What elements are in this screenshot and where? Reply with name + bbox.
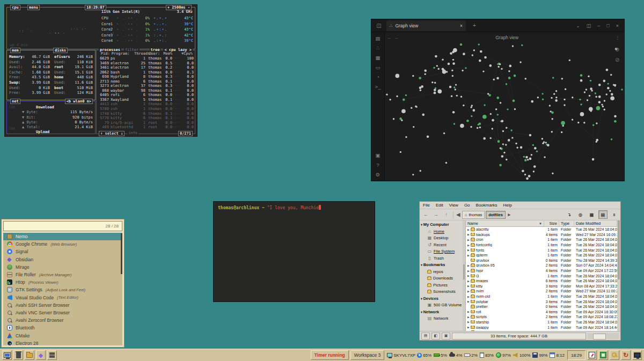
archive-launcher[interactable] <box>47 350 57 360</box>
process-row[interactable]: 2713nemo6thomas0.1····0.0 <box>97 79 195 84</box>
sidebar-section-bookmarks[interactable]: ▾ Bookmarks <box>421 262 463 269</box>
maximize-button[interactable]: □ <box>606 23 609 28</box>
trash-launcher[interactable] <box>13 350 23 360</box>
obsidian-window[interactable]: ◫ ∴ Graph view × + ⌄ ◫ – □ × ▤∴▦▭◔>_▣?⚙ … <box>371 19 625 181</box>
file-row[interactable]: ▶fontconfig1 itemFolderTue 26 Mar 2024 1… <box>466 242 617 248</box>
process-row[interactable]: 3367Xwayland5thomas0.1····0.0 <box>97 98 195 102</box>
file-row[interactable]: ▶rofi4 itemsFolderTue 09 Apr 2024 16:30:… <box>466 310 617 315</box>
sort-selector[interactable]: < cpu lazy > <box>163 48 193 52</box>
column-size[interactable]: Size <box>544 220 559 226</box>
launcher-item-bluetooth[interactable]: Bluetooth <box>3 324 122 331</box>
search-icon[interactable]: ◎ <box>576 210 585 219</box>
sidebar-item-network[interactable]: ▤Network <box>421 315 463 322</box>
more-options-icon[interactable]: ⋮ <box>611 35 625 40</box>
tab-overflow-button[interactable]: ◀ <box>456 210 461 219</box>
tree-toggle[interactable]: tree <box>150 48 161 52</box>
dual-pane-button[interactable]: ‖ <box>610 210 619 219</box>
workspace-indicator[interactable]: Workspace 3 <box>350 350 384 360</box>
network-quality-indicator[interactable]: 97% <box>496 352 511 358</box>
minimize-button[interactable]: – <box>597 23 600 28</box>
graph-canvas[interactable]: ⚙⊘ <box>385 42 624 181</box>
new-tab-icon[interactable]: ↴ <box>565 210 574 219</box>
sidebar-item-500-gb-volume[interactable]: ▣500 GB Volume <box>421 302 463 309</box>
dir-tree-toggle-button[interactable]: ◧ <box>431 333 440 340</box>
back-button[interactable]: ← <box>421 210 430 219</box>
file-list-scrollbar[interactable] <box>617 220 620 331</box>
file-row[interactable]: ▶nvim2 itemsFolderWed 27 Mar 2024 11:00:… <box>466 289 617 294</box>
new-tab-button[interactable]: + <box>470 21 479 30</box>
process-row[interactable]: 868waybar98thomas0.1····0.0 <box>97 89 195 93</box>
canvas-icon[interactable]: ▦ <box>376 55 380 61</box>
process-row[interactable]: 4413zsh1thomas0.0····0.0 <box>97 102 195 107</box>
menu-help[interactable]: Help <box>503 203 512 208</box>
memory-indicator[interactable]: 83% <box>480 352 494 358</box>
sidebar-item-screenshots[interactable]: Screenshots <box>421 289 463 296</box>
launcher-item-google-chrome[interactable]: Google Chrome(Web Browser) <box>3 240 122 248</box>
file-row[interactable]: prettier0 itemsFolderTue 26 Mar 2024 18:… <box>466 304 617 310</box>
process-row[interactable]: 5770kitty6thomas0.1····0.0 <box>97 116 195 121</box>
process-row[interactable]: 5780zsh1thomas0.0····0.0 <box>97 107 195 112</box>
sidebar-toggle-icon[interactable]: ◫ <box>375 21 383 30</box>
nav-forward-icon[interactable]: → <box>394 35 401 40</box>
show-hidden-toggle-button[interactable]: ▣ <box>442 333 450 340</box>
info-hint[interactable]: info <box>127 131 138 136</box>
file-row[interactable]: ▶i31 itemFolderTue 26 Mar 2024 18:04:02 … <box>466 273 617 278</box>
terminal-icon[interactable]: >_ <box>375 84 381 90</box>
file-row[interactable]: ▶gruvbox-952 itemsFolderSun 07 Apr 2024 … <box>466 263 617 268</box>
forward-button[interactable]: → <box>431 210 441 219</box>
launcher-item-signal[interactable]: Signal <box>3 248 122 255</box>
file-row[interactable]: ▶swappy1 itemFolderTue 09 Apr 2024 18:14… <box>466 325 617 330</box>
launcher-search-input[interactable]: 28 / 28 <box>3 221 122 231</box>
tab-graph-view[interactable]: ∴ Graph view × <box>386 20 466 31</box>
launcher-item-mirage[interactable]: Mirage <box>3 263 122 271</box>
breadcrumb-home[interactable]: ⌂ thomas <box>462 211 485 219</box>
sidebar-item-repos[interactable]: repos <box>421 269 463 276</box>
network-indicator[interactable]: SKYVL7XP <box>387 353 415 358</box>
sidebar-section-my-computer[interactable]: ▾ My Computer <box>421 222 463 229</box>
file-list[interactable]: ▶alacritty1 itemFolderTue 26 Mar 2024 18… <box>466 227 617 331</box>
file-row[interactable]: ▶images6 itemsFolderTue 26 Mar 2024 18:0… <box>466 278 617 284</box>
menu-edit[interactable]: Edit <box>436 203 443 208</box>
knowledge-graph[interactable] <box>385 42 624 181</box>
process-row[interactable]: 698Hyprland8thomas0.3····0.0 <box>97 75 195 79</box>
right-sidebar-toggle-icon[interactable]: ◫ <box>587 23 591 28</box>
launcher-item-htop[interactable]: Htop(Process Viewer) <box>3 278 122 286</box>
file-row[interactable]: ▶fonts1 itemFolderTue 26 Mar 2024 18:04:… <box>466 247 617 253</box>
cpu-indicator[interactable]: 4% <box>449 352 463 358</box>
sidebar-item-trash[interactable]: ▯Trash <box>421 255 463 262</box>
process-list[interactable]: 6629ps1thomas0.0····1003469electron25tho… <box>97 56 195 130</box>
timer-status[interactable]: Timer running <box>311 350 349 360</box>
notes-tray-icon[interactable] <box>598 350 608 360</box>
launcher-item-visual-studio-code[interactable]: Visual Studio Code(Text Editor) <box>3 294 122 301</box>
launcher-item-avahi-vnc-server-browser[interactable]: Avahi VNC Server Browser <box>3 309 122 316</box>
process-row[interactable]: 2062bash1thomas0.0····0.3 <box>97 70 195 75</box>
graph-icon[interactable]: ∴ <box>376 45 379 51</box>
up-button[interactable]: ↑ <box>442 210 451 219</box>
menu-view[interactable]: View <box>449 203 458 208</box>
graph-settings-gear-icon[interactable]: ⚙ <box>615 47 620 53</box>
menu-go[interactable]: Go <box>464 203 470 208</box>
sidebar-item-recent[interactable]: ↺Recent <box>421 242 463 249</box>
tab-list-chevron-icon[interactable]: ⌄ <box>576 23 580 28</box>
process-row[interactable]: 3469electron25thomas0.5····0.0 <box>97 61 195 66</box>
process-row[interactable]: 6629ps1thomas0.0····100 <box>97 56 195 61</box>
column-name[interactable]: Name ▼ <box>466 220 544 226</box>
process-row[interactable]: 469bluetoothd1root0.0····0.0 <box>97 125 195 130</box>
file-manager-launcher[interactable] <box>25 350 34 360</box>
tab-close-icon[interactable]: × <box>460 23 463 28</box>
uptime-indicator[interactable]: 8:12 <box>550 352 565 358</box>
battery2-indicator[interactable]: 2% <box>464 352 478 358</box>
process-row[interactable]: 3273electron37thomas0.3····0.0 <box>97 84 195 89</box>
help-icon[interactable]: ? <box>376 162 379 168</box>
vault-icon[interactable]: ▣ <box>376 152 380 158</box>
file-row[interactable]: ▶kitty3 itemsFolderMon 08 Apr 2024 17:33… <box>466 284 617 289</box>
files-icon[interactable]: ▤ <box>376 35 380 41</box>
display-tray-icon[interactable] <box>632 350 642 360</box>
cpu-tab[interactable]: cpu <box>10 5 20 10</box>
clock-icon[interactable]: ◔ <box>376 74 379 80</box>
process-row[interactable]: 6405rofi6thomas0.0····0.0 <box>97 93 195 98</box>
scheduler-tray-icon[interactable] <box>587 350 597 360</box>
file-manager-window[interactable]: FileEditViewGoBookmarksHelp ← → ↑ ◀ ⌂ th… <box>419 201 621 341</box>
obsidian-launcher[interactable]: ◆ <box>36 350 46 360</box>
icon-view-button[interactable]: ▦ <box>587 210 596 219</box>
